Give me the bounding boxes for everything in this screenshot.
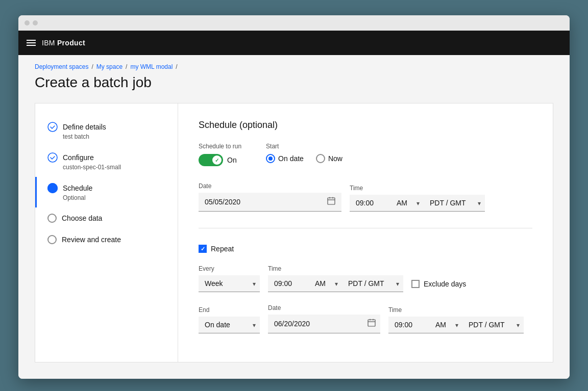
window-chrome: IBM Product Deployment spaces / My space…: [18, 15, 570, 379]
step-icon-completed-2: [47, 152, 58, 163]
end-am-pm-select[interactable]: AM PM: [429, 317, 462, 333]
time-inputs: AM PM ▾ PDT / GMT UTC EST: [350, 195, 485, 212]
repeat-label: Repeat: [211, 245, 234, 253]
step-icon-completed-1: [47, 122, 58, 132]
step-configure[interactable]: Configure custon-spec-01-small: [35, 146, 178, 177]
end-timezone-wrapper: PDT / GMT UTC ▾: [462, 317, 524, 333]
step-schedule[interactable]: Schedule Optional: [35, 177, 178, 207]
brand-ibm: IBM: [42, 39, 57, 47]
repeat-timezone-wrapper: PDT / GMT UTC ▾: [342, 275, 403, 292]
step-icon-inactive-1: [47, 214, 57, 223]
start-group: Start On date Now: [266, 143, 342, 163]
timezone-select[interactable]: PDT / GMT UTC EST: [424, 195, 485, 212]
radio-circle-now: [316, 154, 325, 163]
date-input-wrapper: [199, 193, 341, 212]
repeat-checkbox[interactable]: ✓: [199, 245, 207, 253]
step-label-review-create: Review and create: [62, 236, 121, 244]
svg-point-1: [48, 153, 57, 162]
svg-rect-4: [368, 320, 375, 326]
breadcrumb: Deployment spaces / My space / my WML mo…: [35, 63, 553, 70]
step-sublabel-configure: custon-spec-01-small: [63, 164, 165, 171]
end-date-field-col: Date: [268, 304, 380, 333]
datetime-row: Date: [199, 183, 532, 228]
end-date-input[interactable]: [274, 320, 363, 328]
exclude-days-checkbox[interactable]: [411, 280, 420, 288]
radio-circle-on-date: [266, 154, 275, 163]
repeat-time-input[interactable]: [268, 275, 309, 292]
steps-sidebar: Define details test batch Configure: [35, 103, 178, 362]
repeat-time-field-col: Time AM PM ▾: [268, 265, 403, 292]
svg-point-0: [48, 122, 57, 132]
time-label: Time: [350, 185, 485, 192]
every-field-col: Every Week Day Month ▾: [199, 265, 260, 292]
step-icon-inactive-2: [47, 235, 57, 244]
calendar-icon[interactable]: [327, 197, 335, 207]
radio-on-date[interactable]: On date: [266, 154, 304, 163]
main-layout: Define details test batch Configure: [35, 103, 553, 362]
step-label-configure: Configure: [63, 153, 94, 162]
time-field-group: Time AM PM ▾: [350, 185, 485, 212]
checkmark-icon: ✓: [201, 246, 205, 252]
start-radio-group: On date Now: [266, 154, 342, 163]
step-icon-active: [47, 183, 58, 193]
exclude-days-label: Exclude days: [424, 280, 466, 288]
step-sublabel-schedule: Optional: [63, 194, 165, 201]
hamburger-menu-button[interactable]: [27, 40, 36, 46]
repeat-time-inputs: AM PM ▾ PDT / GMT UTC: [268, 275, 403, 292]
end-time-label: Time: [388, 306, 524, 314]
step-choose-data[interactable]: Choose data: [35, 207, 178, 229]
brand-product: Product: [57, 39, 85, 47]
repeat-timezone-select[interactable]: PDT / GMT UTC: [342, 275, 403, 292]
window-dot-1: [24, 20, 30, 25]
end-time-input[interactable]: [388, 317, 429, 333]
toggle-wrapper: On: [199, 154, 241, 166]
radio-on-date-label: On date: [278, 154, 304, 163]
start-label: Start: [266, 143, 342, 150]
main-content-area: Schedule (optional) Schedule to run On: [178, 103, 553, 362]
page-title: Create a batch job: [35, 74, 553, 91]
step-sublabel-define-details: test batch: [63, 133, 165, 140]
breadcrumb-sep-3: /: [176, 63, 177, 70]
end-am-pm-wrapper: AM PM ▾: [429, 317, 462, 333]
repeat-am-pm-select[interactable]: AM PM: [309, 275, 342, 292]
end-date-input-wrapper: [268, 315, 380, 333]
breadcrumb-link-wml-modal[interactable]: my WML modal: [130, 63, 173, 70]
repeat-every-row: Every Week Day Month ▾ Ti: [199, 265, 532, 292]
content-area: Deployment spaces / My space / my WML mo…: [18, 55, 570, 379]
step-label-schedule: Schedule: [63, 184, 92, 192]
end-timezone-select[interactable]: PDT / GMT UTC: [462, 317, 524, 333]
step-define-details[interactable]: Define details test batch: [35, 116, 178, 146]
date-field-group: Date: [199, 183, 341, 212]
step-review-create[interactable]: Review and create: [35, 229, 178, 250]
am-pm-select[interactable]: AM PM: [390, 195, 424, 212]
every-label: Every: [199, 265, 260, 272]
date-input[interactable]: [205, 198, 323, 206]
end-date-label: Date: [268, 304, 380, 311]
every-select[interactable]: Week Day Month: [199, 275, 260, 292]
schedule-to-run-group: Schedule to run On: [199, 143, 241, 166]
window-titlebar: [18, 15, 570, 31]
repeat-checkbox-wrapper: ✓ Repeat: [199, 245, 532, 253]
end-calendar-icon[interactable]: [368, 319, 376, 329]
schedule-to-run-label: Schedule to run: [199, 143, 241, 150]
toggle-thumb: [212, 155, 222, 165]
step-label-choose-data: Choose data: [62, 214, 102, 222]
end-time-inputs: AM PM ▾ PDT / GMT UTC: [388, 317, 524, 333]
schedule-toggle[interactable]: [199, 154, 223, 166]
svg-point-2: [47, 183, 58, 193]
repeat-section: ✓ Repeat Every Week Day Mont: [199, 245, 532, 333]
toggle-on-label: On: [227, 156, 237, 164]
end-select[interactable]: On date After Never: [199, 317, 260, 333]
every-select-wrapper: Week Day Month ▾: [199, 275, 260, 292]
breadcrumb-link-deployment-spaces[interactable]: Deployment spaces: [35, 63, 88, 70]
time-input[interactable]: [350, 195, 390, 212]
window-dot-2: [33, 20, 38, 25]
repeat-time-label: Time: [268, 265, 403, 272]
end-field-col: End On date After Never ▾: [199, 306, 260, 333]
exclude-days-group: Exclude days: [411, 280, 466, 292]
am-pm-select-wrapper: AM PM ▾: [390, 195, 424, 212]
breadcrumb-link-my-space[interactable]: My space: [96, 63, 122, 70]
step-label-define-details: Define details: [63, 123, 106, 131]
end-select-wrapper: On date After Never ▾: [199, 317, 260, 333]
radio-now[interactable]: Now: [316, 154, 342, 163]
